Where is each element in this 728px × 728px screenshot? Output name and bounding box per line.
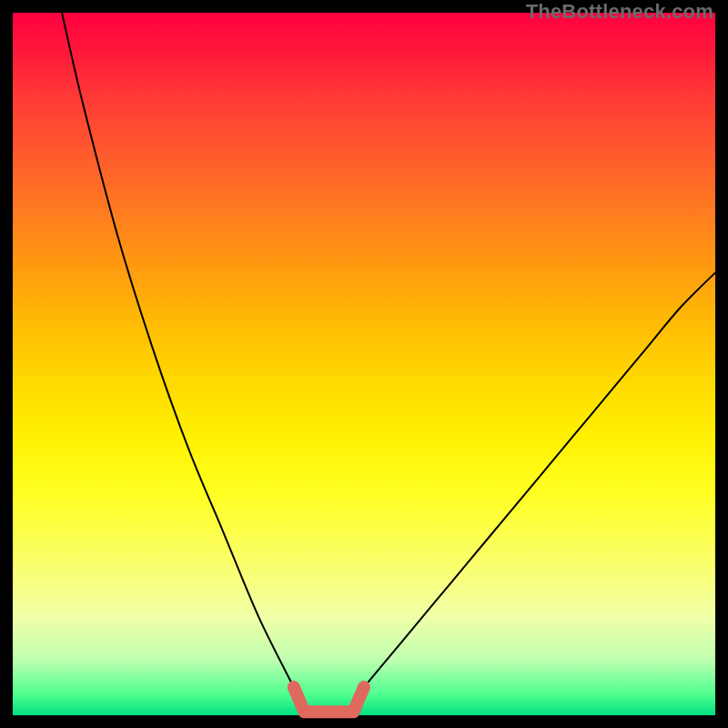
bottleneck-curve-left	[62, 13, 294, 687]
chart-overlay	[13, 13, 715, 715]
optimal-highlight	[294, 687, 364, 712]
bottleneck-curve-right	[364, 273, 715, 687]
